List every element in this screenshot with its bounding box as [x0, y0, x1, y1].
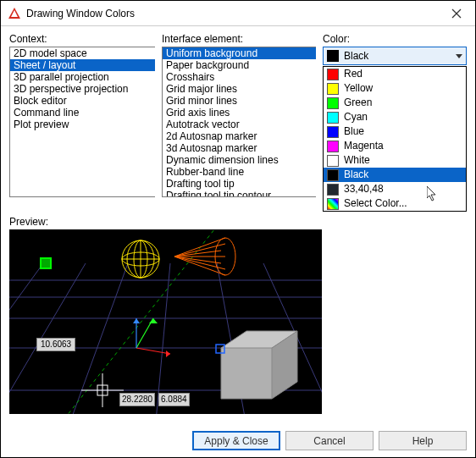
svg-line-25 [174, 244, 225, 257]
context-item[interactable]: 3D parallel projection [10, 71, 155, 83]
preview-tooltip-1: 10.6063 [36, 338, 75, 351]
svg-marker-33 [149, 318, 158, 323]
interface-label: Interface element: [162, 33, 316, 45]
color-option[interactable]: 33,40,48 [324, 182, 466, 196]
interface-item[interactable]: Grid major lines [163, 83, 316, 95]
color-option-label: Blue [344, 125, 364, 138]
color-label: Color: [323, 33, 467, 45]
interface-item[interactable]: Drafting tool tip contour [163, 190, 316, 197]
color-selected-text: Black [344, 50, 368, 62]
preview-pane: 10.6063 28.2280 6.0884 [9, 229, 322, 414]
svg-line-24 [174, 257, 225, 275]
interface-item[interactable]: Drafting tool tip [163, 178, 316, 190]
svg-line-23 [174, 238, 225, 257]
color-combobox[interactable]: Black RedYellowGreenCyanBlueMagentaWhite… [323, 47, 467, 65]
color-swatch [327, 155, 339, 167]
preview-tooltip-2b: 6.0884 [158, 393, 190, 406]
color-option-label: Cyan [344, 111, 368, 124]
color-swatch [327, 83, 339, 95]
color-option-label: Yellow [344, 82, 373, 95]
interface-item[interactable]: Autotrack vector [163, 119, 316, 130]
color-selected-swatch [327, 50, 339, 62]
color-swatch [327, 112, 339, 124]
color-swatch [327, 169, 339, 181]
color-swatch [327, 141, 339, 152]
context-item[interactable]: Sheet / layout [10, 59, 155, 71]
color-swatch [327, 198, 339, 210]
interface-item[interactable]: 3d Autosnap marker [163, 142, 316, 154]
svg-marker-35 [133, 318, 140, 323]
color-option-label: Red [344, 68, 363, 80]
preview-crosshair [81, 373, 124, 407]
context-item[interactable]: Block editor [10, 95, 155, 107]
preview-autosnap-marker [40, 257, 52, 269]
context-listbox[interactable]: 2D model spaceSheet / layout3D parallel … [9, 47, 155, 197]
color-option-label: Green [344, 97, 372, 109]
apply-close-button[interactable]: Apply & Close [192, 431, 280, 450]
context-label: Context: [9, 33, 155, 45]
svg-marker-31 [166, 350, 170, 357]
window-title: Drawing Window Colors [26, 8, 438, 19]
color-option[interactable]: White [324, 153, 466, 168]
color-option[interactable]: Black [324, 168, 466, 182]
context-item[interactable]: 2D model space [10, 47, 155, 59]
svg-marker-37 [221, 348, 272, 399]
color-swatch [327, 184, 339, 196]
color-option[interactable]: Green [324, 96, 466, 110]
preview-cube [213, 323, 306, 407]
interface-item[interactable]: Rubber-band line [163, 166, 316, 178]
interface-listbox[interactable]: Uniform backgroundPaper backgroundCrossh… [162, 47, 316, 197]
preview-cone [170, 234, 238, 280]
color-option[interactable]: Cyan [324, 110, 466, 124]
context-item[interactable]: 3D perspective projection [10, 83, 155, 95]
interface-item[interactable]: Paper background [163, 59, 316, 71]
interface-item[interactable]: 2d Autosnap marker [163, 130, 316, 142]
window-close-button[interactable] [438, 1, 475, 26]
color-option[interactable]: Select Color... [324, 196, 466, 211]
interface-item[interactable]: Crosshairs [163, 71, 316, 83]
color-swatch [327, 126, 339, 138]
color-swatch [327, 69, 339, 80]
interface-item[interactable]: Grid minor lines [163, 95, 316, 107]
interface-item[interactable]: Uniform background [163, 47, 316, 59]
chevron-down-icon [456, 54, 462, 58]
context-item[interactable]: Command line [10, 107, 155, 119]
color-dropdown[interactable]: RedYellowGreenCyanBlueMagentaWhiteBlack3… [323, 66, 467, 212]
dialog-button-bar: Apply & Close Cancel Help [192, 431, 467, 450]
color-swatch [327, 97, 339, 109]
interface-item[interactable]: Dynamic dimension lines [163, 154, 316, 166]
color-option[interactable]: Magenta [324, 139, 466, 153]
preview-axis [124, 310, 183, 361]
color-option[interactable]: Blue [324, 124, 466, 139]
app-logo [8, 7, 21, 20]
cancel-button[interactable]: Cancel [285, 431, 374, 450]
color-option-label: Magenta [344, 140, 384, 152]
preview-sphere [119, 238, 162, 280]
context-item[interactable]: Plot preview [10, 119, 155, 130]
color-option-label: Black [344, 168, 368, 181]
color-option-label: Select Color... [344, 197, 407, 210]
svg-rect-42 [216, 345, 224, 353]
preview-tooltip-2a: 28.2280 [119, 393, 155, 406]
help-button[interactable]: Help [379, 431, 467, 450]
titlebar: Drawing Window Colors [1, 1, 475, 26]
color-option-label: 33,40,48 [344, 183, 384, 196]
preview-label: Preview: [9, 216, 467, 228]
color-option[interactable]: Red [324, 67, 466, 81]
color-option-label: White [344, 154, 370, 167]
preview-blue-marker [215, 344, 225, 354]
color-option[interactable]: Yellow [324, 81, 466, 96]
close-icon [451, 8, 462, 19]
interface-item[interactable]: Grid axis lines [163, 107, 316, 119]
svg-line-30 [136, 348, 170, 354]
